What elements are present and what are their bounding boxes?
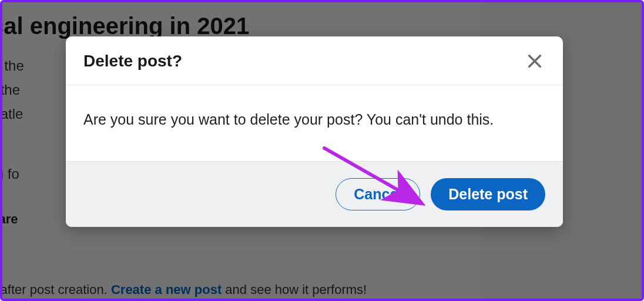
close-icon: [526, 53, 543, 69]
modal-message: Are you sure you want to delete your pos…: [83, 111, 545, 128]
modal-body: Are you sure you want to delete your pos…: [66, 85, 563, 161]
app-frame: Mechanical engineering in 2021 ion for t…: [0, 0, 644, 301]
modal-footer: Cancel Delete post: [66, 161, 563, 227]
modal-header: Delete post?: [66, 36, 563, 85]
modal-title: Delete post?: [83, 52, 182, 71]
cancel-button[interactable]: Cancel: [336, 178, 420, 210]
close-button[interactable]: [524, 51, 545, 72]
delete-post-button[interactable]: Delete post: [431, 178, 545, 210]
delete-post-modal: Delete post? Are you sure you want to de…: [66, 36, 563, 227]
